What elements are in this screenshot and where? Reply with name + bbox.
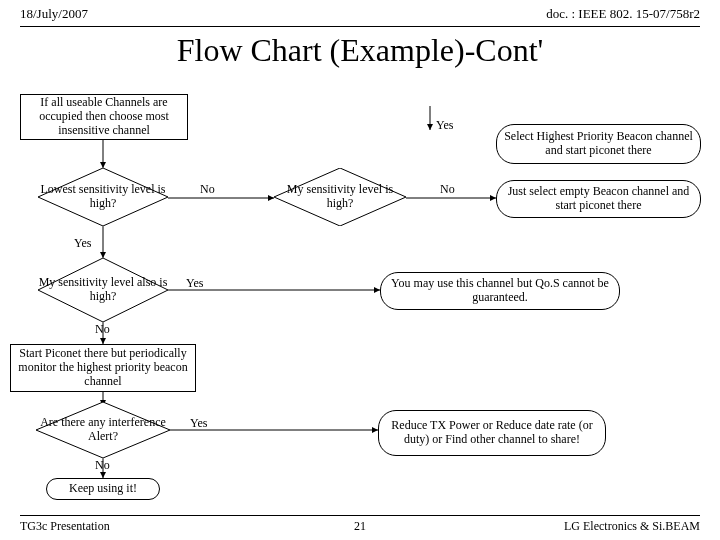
node-lowest-sensitivity: Lowest sensitivity level is high?	[38, 168, 168, 226]
node-my-sensitivity: My sensitivity level is high?	[274, 168, 406, 226]
page-title: Flow Chart (Example)-Cont'	[0, 32, 720, 69]
node-reduce-tx: Reduce TX Power or Reduce date rate (or …	[378, 410, 606, 456]
header-date: 18/July/2007	[20, 6, 88, 21]
node-select-empty: Just select empty Beacon channel and sta…	[496, 180, 701, 218]
node-my-also-high: My sensitivity level also is high?	[38, 258, 168, 322]
footer-page: 21	[354, 519, 366, 534]
node-interference: Are there any interference Alert?	[36, 402, 170, 458]
node-select-highest: Select Highest Priority Beacon channel a…	[496, 124, 701, 164]
label-yes-2: Yes	[186, 276, 203, 291]
label-no-3: No	[95, 322, 110, 337]
header-doc: doc. : IEEE 802. 15-07/758r2	[546, 6, 700, 22]
header-rule	[20, 26, 700, 27]
label-yes-1: Yes	[74, 236, 91, 251]
node-may-use: You may use this channel but Qo.S cannot…	[380, 272, 620, 310]
node-if-all-occupied: If all useable Channels are occupied the…	[20, 94, 188, 140]
label-yes-3: Yes	[190, 416, 207, 431]
node-keep-using: Keep using it!	[46, 478, 160, 500]
footer-rule	[20, 515, 700, 516]
label-no-4: No	[95, 458, 110, 473]
label-no-2: No	[440, 182, 455, 197]
label-no-1: No	[200, 182, 215, 197]
footer-right: LG Electronics & Si.BEAM	[564, 519, 700, 534]
footer-left: TG3c Presentation	[20, 519, 110, 533]
node-start-piconet: Start Piconet there but periodically mon…	[10, 344, 196, 392]
label-yes-top: Yes	[436, 118, 453, 133]
